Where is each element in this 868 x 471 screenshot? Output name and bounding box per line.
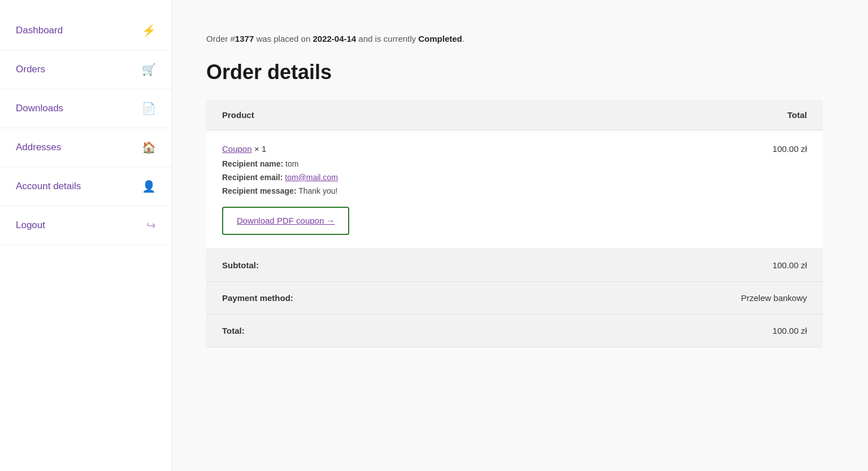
product-link[interactable]: Coupon xyxy=(222,144,252,154)
product-meta: Recipient name: tom Recipient email: tom… xyxy=(222,158,728,198)
order-status-post: and is currently xyxy=(356,34,418,43)
recipient-email-link[interactable]: tom@mail.com xyxy=(285,173,338,182)
order-number: 1377 xyxy=(235,34,254,43)
sidebar-item-account-details-label: Account details xyxy=(16,181,81,192)
recipient-name-label: Recipient name: xyxy=(222,159,283,168)
account-details-icon: 👤 xyxy=(142,180,156,193)
recipient-message-label: Recipient message: xyxy=(222,186,297,195)
recipient-email-row: Recipient email: tom@mail.com xyxy=(222,171,728,185)
order-table-header: Product Total xyxy=(206,100,823,130)
sidebar-item-account-details[interactable]: Account details 👤 xyxy=(0,167,172,206)
sidebar-item-downloads-label: Downloads xyxy=(16,103,63,114)
product-qty: × 1 xyxy=(254,144,266,154)
sidebar-item-logout[interactable]: Logout ↪ xyxy=(0,206,172,245)
order-table: Product Total Coupon × 1 Recipient name:… xyxy=(206,100,823,347)
recipient-message-value: Thank you! xyxy=(298,186,337,195)
product-name-qty: Coupon × 1 xyxy=(222,144,728,154)
sidebar-item-addresses-label: Addresses xyxy=(16,142,61,153)
col-header-product: Product xyxy=(222,110,254,120)
subtotal-value: 100.00 zł xyxy=(772,260,807,270)
product-details: Coupon × 1 Recipient name: tom Recipient… xyxy=(222,144,728,235)
recipient-name-row: Recipient name: tom xyxy=(222,158,728,171)
orders-icon: 🛒 xyxy=(142,63,156,76)
total-row: Total: 100.00 zł xyxy=(206,315,823,347)
order-status-mid: was placed on xyxy=(254,34,313,43)
dashboard-icon: ⚡ xyxy=(142,24,156,37)
sidebar-item-logout-label: Logout xyxy=(16,220,45,231)
download-pdf-box: Download PDF coupon → xyxy=(222,207,349,235)
product-total: 100.00 zł xyxy=(728,144,807,154)
col-header-total: Total xyxy=(787,110,807,120)
recipient-message-row: Recipient message: Thank you! xyxy=(222,185,728,198)
addresses-icon: 🏠 xyxy=(142,141,156,154)
page-title: Order details xyxy=(206,60,823,84)
payment-method-row: Payment method: Przelew bankowy xyxy=(206,282,823,315)
sidebar-item-downloads[interactable]: Downloads 📄 xyxy=(0,89,172,128)
total-value: 100.00 zł xyxy=(772,326,807,335)
total-label: Total: xyxy=(222,326,245,335)
subtotal-row: Subtotal: 100.00 zł xyxy=(206,249,823,282)
order-status: Completed xyxy=(418,34,462,43)
main-content: Order #1377 was placed on 2022-04-14 and… xyxy=(172,0,868,471)
downloads-icon: 📄 xyxy=(142,102,156,115)
payment-method-value: Przelew bankowy xyxy=(741,293,807,303)
sidebar-item-addresses[interactable]: Addresses 🏠 xyxy=(0,128,172,167)
logout-icon: ↪ xyxy=(146,219,156,232)
recipient-name-value: tom xyxy=(285,159,298,168)
subtotal-label: Subtotal: xyxy=(222,260,259,270)
table-row: Coupon × 1 Recipient name: tom Recipient… xyxy=(206,130,823,249)
payment-method-label: Payment method: xyxy=(222,293,293,303)
sidebar-item-orders[interactable]: Orders 🛒 xyxy=(0,50,172,89)
sidebar-item-orders-label: Orders xyxy=(16,64,45,75)
sidebar: Dashboard ⚡ Orders 🛒 Downloads 📄 Address… xyxy=(0,0,172,471)
order-status-prefix: Order # xyxy=(206,34,235,43)
download-pdf-link[interactable]: Download PDF coupon → xyxy=(237,216,335,225)
sidebar-item-dashboard[interactable]: Dashboard ⚡ xyxy=(0,11,172,50)
order-date: 2022-04-14 xyxy=(313,34,356,43)
recipient-email-label: Recipient email: xyxy=(222,173,283,182)
sidebar-item-dashboard-label: Dashboard xyxy=(16,25,63,36)
order-status-bar: Order #1377 was placed on 2022-04-14 and… xyxy=(206,34,823,43)
